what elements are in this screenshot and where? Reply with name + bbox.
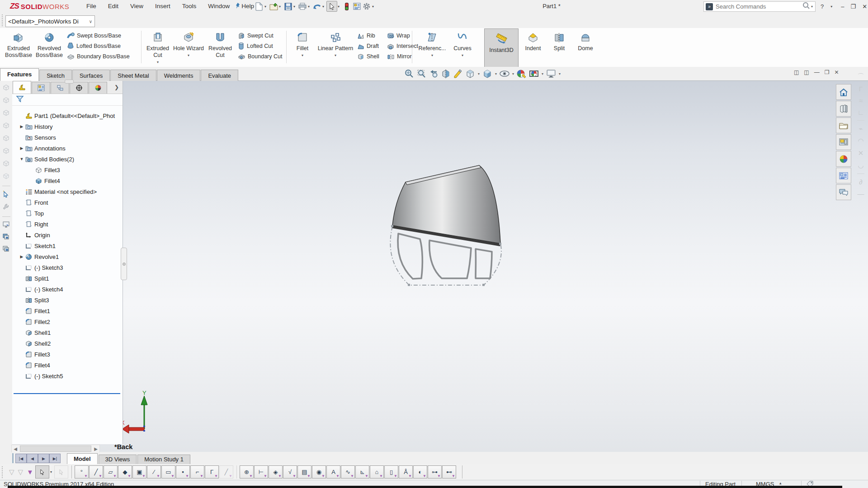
toolbar-drag-handle[interactable] bbox=[2, 14, 5, 26]
toggle-filters-funnel-icon[interactable]: ▼ bbox=[27, 468, 33, 476]
zoom-to-fit-icon[interactable] bbox=[404, 68, 415, 79]
3d-model[interactable] bbox=[380, 153, 515, 298]
first-tab-button[interactable]: |◀ bbox=[15, 454, 27, 463]
open-dropdown-icon[interactable]: ▾ bbox=[279, 5, 281, 9]
tab-3d-views[interactable]: 3D Views bbox=[99, 455, 137, 464]
save-dropdown-icon[interactable]: ▾ bbox=[293, 5, 295, 9]
new-dropdown-icon[interactable]: ▾ bbox=[264, 5, 266, 9]
display-style-icon[interactable] bbox=[482, 68, 493, 79]
design-library-icon[interactable] bbox=[836, 101, 851, 117]
menu-tools[interactable]: Tools bbox=[176, 0, 203, 13]
filter-solid-bodies-button[interactable]: ▣▼ bbox=[132, 465, 146, 479]
menu-view[interactable]: View bbox=[124, 0, 149, 13]
hole-wizard-dropdown-icon[interactable]: ▾ bbox=[188, 53, 189, 57]
tree-item[interactable]: Shell2 bbox=[12, 338, 123, 349]
tab-surfaces[interactable]: Surfaces bbox=[72, 70, 110, 81]
tree-item[interactable]: Fillet3 bbox=[12, 164, 123, 175]
help-button[interactable]: ? bbox=[821, 3, 824, 10]
filter-midpoints-button[interactable]: Γ▼ bbox=[205, 465, 219, 479]
display-style-dropdown-icon[interactable]: ▾ bbox=[495, 72, 497, 76]
swept-boss-base-button[interactable]: Swept Boss/Base bbox=[67, 32, 138, 40]
dome-button[interactable]: Dome bbox=[572, 28, 599, 52]
tab-motion-study-1[interactable]: Motion Study 1 bbox=[137, 455, 190, 464]
instant3d-button[interactable]: Instant3D bbox=[484, 28, 519, 67]
previous-view-icon[interactable] bbox=[428, 68, 439, 79]
apply-scene-icon[interactable] bbox=[528, 68, 539, 79]
print-dropdown-icon[interactable]: ▾ bbox=[308, 5, 310, 9]
view-settings-dropdown-icon[interactable]: ▾ bbox=[559, 72, 561, 76]
settings-gear-icon[interactable] bbox=[362, 1, 372, 11]
edit-appearance-icon[interactable] bbox=[516, 68, 527, 79]
linear-pattern-button[interactable]: Linear Pattern ▾ bbox=[316, 28, 355, 57]
expander-icon[interactable]: ▶ bbox=[19, 146, 25, 150]
tree-item[interactable]: (-) Sketch5 bbox=[12, 371, 123, 381]
rollback-bar[interactable] bbox=[14, 393, 120, 394]
tree-item[interactable]: ▶History bbox=[12, 121, 123, 132]
tree-item[interactable]: ▼Solid Bodies(2) bbox=[12, 154, 123, 164]
lofted-boss-base-button[interactable]: Lofted Boss/Base bbox=[67, 42, 138, 50]
filter-blocks-button[interactable]: ▯▼ bbox=[384, 465, 398, 479]
linear-pattern-dropdown-icon[interactable]: ▾ bbox=[335, 53, 336, 57]
tab-weldments[interactable]: Weldments bbox=[157, 70, 201, 81]
select-dropdown-icon[interactable]: ▾ bbox=[338, 5, 340, 9]
tab-evaluate[interactable]: Evaluate bbox=[201, 70, 238, 81]
filter-toolbar-handle[interactable] bbox=[2, 466, 5, 478]
prev-tab-button[interactable]: ◀ bbox=[27, 454, 38, 463]
filter-equations-button[interactable]: √▼ bbox=[283, 465, 297, 479]
tree-item[interactable]: Fillet4 bbox=[12, 360, 123, 371]
zoom-to-area-icon[interactable] bbox=[416, 68, 427, 79]
filter-surface-bodies-button[interactable]: ◆▼ bbox=[118, 465, 132, 479]
tree-item[interactable]: Material <not specified> bbox=[12, 186, 123, 197]
search-scope-icon[interactable]: » bbox=[706, 3, 713, 10]
menu-edit[interactable]: Edit bbox=[102, 0, 124, 13]
help-dropdown-icon[interactable]: ▾ bbox=[830, 5, 832, 9]
filter-center-marks-button[interactable]: ⊕▼ bbox=[240, 465, 254, 479]
search-dropdown-icon[interactable]: ▾ bbox=[811, 5, 813, 9]
doc-close-icon[interactable]: ✕ bbox=[834, 69, 839, 75]
fillet-dropdown-icon[interactable]: ▾ bbox=[302, 53, 303, 57]
expander-icon[interactable]: ▼ bbox=[19, 157, 25, 161]
save-button[interactable] bbox=[283, 1, 293, 11]
filter-magnify-button[interactable]: ◉▼ bbox=[312, 465, 326, 479]
filter-hatch-button[interactable]: ◐▼ bbox=[413, 465, 427, 479]
tree-item[interactable]: Front bbox=[12, 197, 123, 208]
filter-surface-finish-button[interactable]: ⌂▼ bbox=[370, 465, 384, 479]
tree-item[interactable]: Fillet3 bbox=[12, 349, 123, 360]
rebuild-button[interactable] bbox=[342, 1, 352, 11]
tree-root[interactable]: Part1 (Default<<Default>_Phot bbox=[12, 110, 123, 121]
next-tab-button[interactable]: ▶ bbox=[38, 454, 49, 463]
tree-item[interactable]: ▶Revolve1 bbox=[12, 251, 123, 262]
filter-sketch-segments-button[interactable]: ⌐▼ bbox=[190, 465, 204, 479]
doc-minimize-icon[interactable]: — bbox=[814, 69, 820, 75]
file-explorer-icon[interactable] bbox=[836, 117, 851, 133]
filter-datums-button[interactable]: ⊾▼ bbox=[355, 465, 369, 479]
tree-filter-icon[interactable] bbox=[16, 95, 24, 104]
select-tool-button[interactable] bbox=[326, 1, 337, 12]
tree-item[interactable]: Split3 bbox=[12, 295, 123, 305]
scroll-right-icon[interactable]: ▶ bbox=[92, 446, 99, 451]
units-dropdown-icon[interactable]: ▴ bbox=[779, 481, 782, 485]
rib-button[interactable]: Rib bbox=[357, 32, 385, 40]
expander-icon[interactable]: ▶ bbox=[19, 254, 25, 259]
indent-button[interactable]: Indent bbox=[520, 28, 546, 52]
extruded-cut-dropdown-icon[interactable]: ▾ bbox=[157, 60, 159, 64]
doc-restore-icon[interactable]: ❐ bbox=[825, 69, 830, 75]
pane-split-icon[interactable]: ◫ bbox=[794, 69, 799, 75]
filter-sketch-points-button[interactable]: ▪▼ bbox=[176, 465, 190, 479]
options-list-button[interactable] bbox=[352, 1, 362, 11]
new-document-button[interactable] bbox=[254, 1, 264, 11]
tree-item[interactable]: Sketch1 bbox=[12, 240, 123, 251]
reference-geometry-button[interactable]: Referenc... ▾ bbox=[415, 28, 449, 57]
filter-tolerances-button[interactable]: Å▼ bbox=[399, 465, 413, 479]
filter-edges-button[interactable]: ╱▼ bbox=[89, 465, 103, 479]
hole-wizard-button[interactable]: Hole Wizard ▾ bbox=[172, 28, 205, 57]
tree-item[interactable]: Sensors bbox=[12, 132, 123, 143]
settings-dropdown-icon[interactable]: ▾ bbox=[372, 5, 374, 9]
close-button[interactable]: ✕ bbox=[862, 3, 867, 10]
scroll-left-icon[interactable]: ◀ bbox=[12, 446, 19, 451]
tab-model[interactable]: Model bbox=[67, 453, 98, 464]
tab-featuremanager-tree[interactable] bbox=[13, 81, 31, 94]
tab-features[interactable]: Features bbox=[0, 68, 39, 81]
custom-properties-icon[interactable] bbox=[836, 168, 851, 183]
extruded-boss-base-button[interactable]: ExtrudedBoss/Base bbox=[4, 28, 33, 59]
